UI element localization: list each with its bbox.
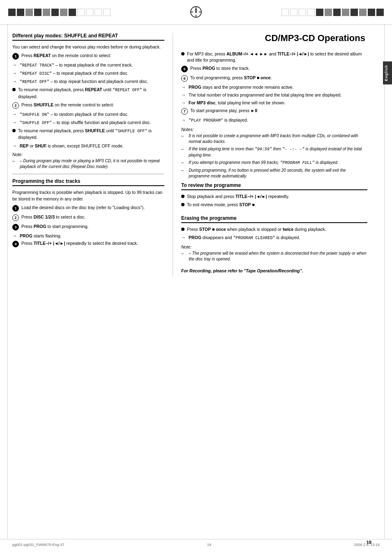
right-column: CD/MP3-CD Operations For MP3 disc, press…: [181, 33, 380, 276]
bar-block-r3: [299, 9, 306, 16]
bar-block-r12: [376, 9, 384, 16]
shuffle-repeat-heading: Different play modes: SHUFFLE and REPEAT: [12, 33, 164, 41]
prog-step3-label: 3: [14, 225, 16, 229]
erase-bullet1-content: Press STOP ■ once when playback is stopp…: [187, 226, 367, 233]
bar-block-7: [60, 9, 67, 16]
footer-left: pg001-pg031_FWM575-Eng-37: [12, 543, 65, 547]
step2-label: 2: [14, 104, 16, 108]
right-step6-item: 6 To end programming, press STOP ■ once.: [181, 75, 367, 82]
bar-block-10: [86, 9, 93, 16]
right-note3: – If you attempt to programme more than …: [181, 160, 367, 166]
prog-step1-content: Load the desired discs on the disc tray …: [21, 205, 164, 211]
prog-step3-circle: 3: [12, 224, 19, 230]
mp3-bullet-dot: [181, 52, 184, 55]
erase-note-text: – The programme will be erased when the …: [185, 251, 367, 262]
erase-note-block: Note: – – The programme will be erased w…: [181, 244, 367, 262]
bar-block-r10: [359, 9, 367, 16]
note-text: – During program play mode or playing a …: [16, 158, 164, 170]
bar-block-r6: [325, 9, 332, 16]
right-note2-text: If the total playing time is more than "…: [185, 146, 367, 158]
page-container: English Different play modes: SHUFFLE an…: [0, 0, 392, 555]
prog-step4-circle: 4: [12, 241, 19, 247]
review-bullet2-item: To exit review mode, press STOP ■.: [181, 202, 367, 208]
bullet2-dot: [12, 129, 16, 132]
bar-block-9: [77, 9, 85, 16]
bullet1-content: To resume normal playback, press REPEAT …: [18, 87, 164, 100]
step2-item: 2 Press SHUFFLE on the remote control to…: [12, 102, 164, 109]
right-notes-block: Notes: – It is not possible to create a …: [181, 127, 367, 179]
page-title: CD/MP3-CD Operations: [265, 33, 365, 43]
footer-right: 2006.2.8, 13:16: [354, 543, 380, 547]
note-block: Note: – – During program play mode or pl…: [12, 152, 164, 170]
right-note2: – If the total playing time is more than…: [181, 146, 367, 158]
top-bar-right-blocks: [281, 9, 384, 16]
erase-arrow: PROG disappears and "PROGRAM CLEARED" is…: [181, 235, 367, 241]
prog-step2-circle: 2: [12, 214, 19, 221]
compass-icon: [190, 6, 202, 18]
svg-point-1: [195, 11, 197, 13]
bullet1-item: To resume normal playback, press REPEAT …: [12, 87, 164, 100]
bullet1-dot: [12, 88, 16, 91]
right-note1: – It is not possible to create a program…: [181, 133, 367, 145]
right-step7-circle: 7: [181, 108, 188, 115]
bar-block-r11: [368, 9, 375, 16]
right-note4: – During programming, if no button is pr…: [181, 168, 367, 179]
prog-step3-item: 3 Press PROG to start programming.: [12, 223, 164, 230]
prog-step3-arrow: PROG starts flashing.: [12, 233, 164, 239]
right-note4-text: During programming, if no button is pres…: [185, 168, 367, 179]
erase-bullet1-item: Press STOP ■ once when playback is stopp…: [181, 226, 367, 233]
right-note1-text: It is not possible to create a programme…: [185, 133, 367, 145]
bar-block-r4: [307, 9, 315, 16]
erase-note-dash: –: [181, 251, 184, 262]
prog-step2-item: 2 Press DISC 1/2/3 to select a disc.: [12, 214, 164, 221]
right-note3-text: If you attempt to programme more than 99…: [185, 160, 338, 166]
right-step7-label: 7: [183, 109, 185, 113]
right-step6-label: 6: [183, 76, 185, 81]
left-column: Different play modes: SHUFFLE and REPEAT…: [12, 33, 164, 276]
right-step5-label: 5: [183, 67, 185, 71]
page-title-area: CD/MP3-CD Operations: [181, 33, 367, 44]
bar-block-r7: [333, 9, 341, 16]
erase-note-item: – – The programme will be erased when th…: [181, 251, 367, 262]
bottom-bar: pg001-pg031_FWM575-Eng-37 19 2006.2.8, 1…: [0, 539, 392, 547]
footer-middle: 19: [207, 543, 211, 547]
right-note1-dash: –: [181, 133, 184, 145]
column-divider: [173, 33, 173, 276]
review-bullet2-content: To exit review mode, press STOP ■.: [187, 202, 367, 208]
step1-label: 1: [14, 54, 16, 58]
bar-block-r2: [290, 9, 297, 16]
prog-step4-item: 4 Press TITLE−/+ |◄/►| repeatedly to sel…: [12, 240, 164, 247]
prog-step1-label: 1: [14, 206, 16, 210]
review-bullet2-dot: [181, 203, 184, 206]
review-bullet1-item: Stop playback and press TITLE−/+ |◄/►| r…: [181, 193, 367, 200]
step2-content: Press SHUFFLE on the remote control to s…: [21, 102, 164, 108]
bar-block-11: [95, 9, 102, 16]
top-bar-center: [190, 6, 202, 19]
review-bullet1-dot: [181, 195, 184, 198]
right-step7-item: 7 To start programme play, press ►II: [181, 108, 367, 115]
bar-block-12: [103, 9, 111, 16]
bar-block-3: [25, 9, 33, 16]
section-separator: [12, 174, 164, 174]
bar-block-r8: [342, 9, 349, 16]
step1-content: Press REPEAT on the remote control to se…: [21, 53, 164, 59]
svg-marker-6: [195, 8, 197, 11]
right-step6-circle: 6: [181, 75, 188, 82]
prog-step2-label: 2: [14, 216, 16, 220]
right-step7-content: To start programme play, press ►II: [190, 108, 367, 114]
prog-step1-circle: 1: [12, 205, 19, 212]
right-note4-dash: –: [181, 168, 184, 179]
review-heading: To review the programme: [181, 182, 367, 190]
bar-block-8: [69, 9, 76, 16]
erase-heading: Erasing the programme: [181, 215, 367, 223]
step1-arrow2: "REPEAT DISC" – to repeat playback of th…: [12, 70, 164, 77]
bullet2-content: To resume normal playback, press SHUFFLE…: [18, 128, 164, 141]
prog-step2-content: Press DISC 1/2/3 to select a disc.: [21, 214, 164, 220]
review-bullet1-content: Stop playback and press TITLE−/+ |◄/►| r…: [187, 193, 367, 200]
step2-arrow3: REP or SHUF is shown, except SHUFFLE OFF…: [12, 143, 164, 149]
step1-item: 1 Press REPEAT on the remote control to …: [12, 53, 164, 60]
right-step6-content: To end programming, press STOP ■ once.: [190, 75, 367, 81]
step6-arrow1: PROG stays and the programme mode remain…: [181, 84, 367, 90]
bar-block-r9: [350, 9, 358, 16]
top-bar-left-blocks: [8, 9, 111, 16]
